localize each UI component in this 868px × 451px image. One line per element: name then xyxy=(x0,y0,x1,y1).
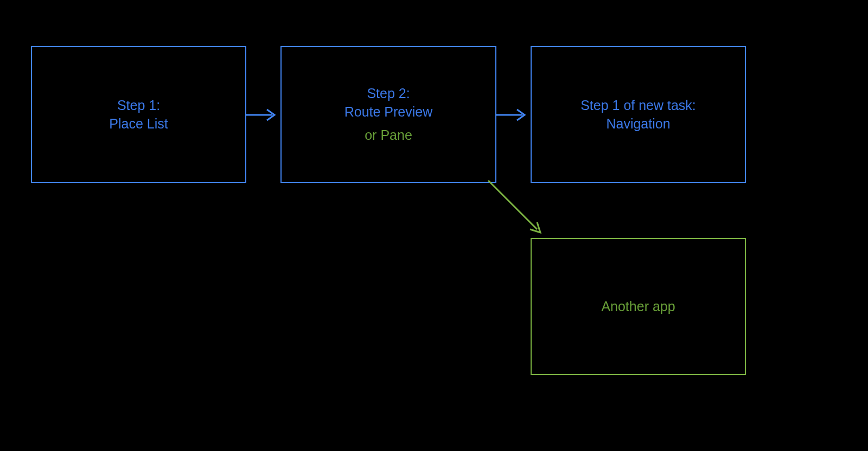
step2-subtitle: or Pane xyxy=(365,126,412,145)
step3-title-line1: Step 1 of new task: xyxy=(580,96,696,115)
svg-line-2 xyxy=(488,181,537,229)
step2-box: Step 2: Route Preview or Pane xyxy=(280,46,496,183)
arrow-step2-to-another xyxy=(486,178,551,243)
diagram-canvas: Step 1: Place List Step 2: Route Preview… xyxy=(0,0,868,451)
step1-title-line2: Place List xyxy=(109,115,168,133)
arrow-step2-to-step3 xyxy=(496,108,531,121)
step1-box: Step 1: Place List xyxy=(31,46,246,183)
step1-title-line1: Step 1: xyxy=(117,96,160,115)
step2-title-line1: Step 2: xyxy=(367,85,410,103)
another-app-box: Another app xyxy=(531,238,746,375)
step3-title-line2: Navigation xyxy=(606,115,670,133)
arrow-step1-to-step2 xyxy=(246,108,280,121)
step3-box: Step 1 of new task: Navigation xyxy=(531,46,746,183)
another-app-label: Another app xyxy=(601,298,675,316)
step2-title-line2: Route Preview xyxy=(344,103,433,121)
